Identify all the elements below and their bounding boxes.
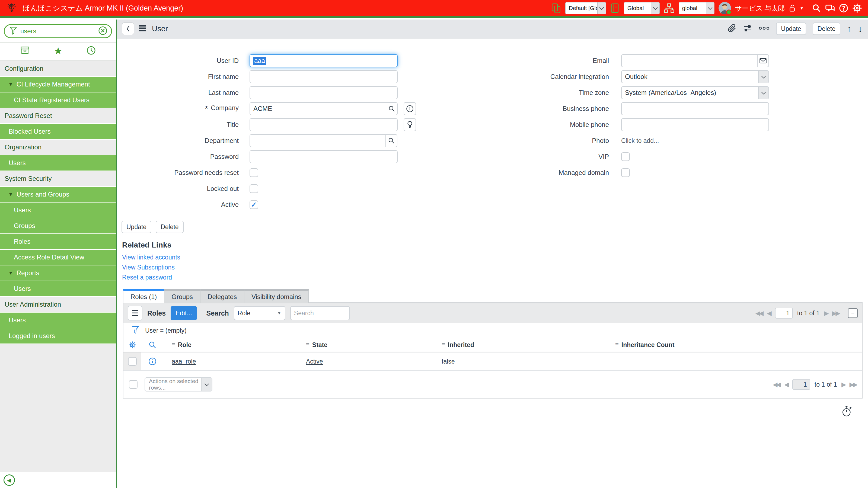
previous-page-icon[interactable]: ◀ [784,382,789,388]
breadcrumb-condition[interactable]: User = (empty) [145,327,187,334]
first-name-input[interactable] [250,70,398,83]
column-header-inheritance-count[interactable]: ≡Inheritance Count [610,341,862,349]
back-button[interactable] [122,23,134,35]
row-state-link[interactable]: Active [301,358,323,365]
tab-visibility-domains[interactable]: Visibility domains [244,289,309,303]
avatar[interactable] [718,2,731,14]
next-page-icon[interactable]: ▶ [824,310,829,316]
actions-on-selected-rows-select[interactable]: Actions on selected rows... [145,378,212,391]
nav-item-ci-state-registered-users[interactable]: CI State Registered Users [0,93,116,108]
list-search-input[interactable] [290,306,350,320]
nav-item-reports[interactable]: ▼Reports [0,265,116,281]
delete-button-bottom[interactable]: Delete [156,221,183,233]
page-number-input[interactable]: 1 [792,379,810,390]
gear-icon[interactable] [852,3,862,13]
email-input[interactable] [621,54,757,67]
edit-button[interactable]: Edit... [170,306,197,320]
update-button[interactable]: Update [776,23,806,35]
mobile-phone-input[interactable] [621,118,769,131]
update-button-bottom[interactable]: Update [122,221,151,233]
related-link-view-linked-accounts[interactable]: View linked accounts [122,254,180,261]
nav-item-groups[interactable]: Groups [0,218,116,234]
tab-roles[interactable]: Roles (1) [123,289,164,303]
favorites-star-icon[interactable]: ★ [54,47,62,55]
reference-lookup-icon[interactable] [386,102,398,115]
nav-item-access-role-detail-view[interactable]: Access Role Detail View [0,250,116,265]
more-options-icon[interactable] [759,26,770,31]
nav-item-users-reports[interactable]: Users [0,281,116,297]
tab-delegates[interactable]: Delegates [200,289,244,303]
nav-item-users-and-groups[interactable]: ▼Users and Groups [0,187,116,202]
nav-item-users-organization[interactable]: Users [0,155,116,171]
email-envelope-icon[interactable] [757,54,769,67]
photo-add-link[interactable]: Click to add... [621,137,659,144]
history-clock-icon[interactable] [87,46,96,56]
nav-item-users-administration[interactable]: Users [0,313,116,328]
row-checkbox[interactable] [128,357,137,366]
last-page-icon[interactable]: ▶▶ [849,382,858,388]
business-phone-input[interactable] [621,102,769,115]
first-page-icon[interactable]: ◀◀ [773,382,781,388]
navigator-filter[interactable]: users [4,24,112,38]
password-needs-reset-checkbox[interactable] [250,168,258,177]
personalize-form-sliders-icon[interactable] [743,24,752,34]
active-checkbox[interactable] [250,200,258,209]
unlock-icon[interactable] [789,4,796,12]
row-info-icon[interactable] [141,357,166,365]
calendar-integration-select[interactable]: Outlook [621,70,769,83]
breadcrumb-funnel-icon[interactable] [131,326,139,335]
user-menu-caret-icon[interactable]: ▾ [801,5,803,11]
nav-item-users-security[interactable]: Users [0,202,116,218]
minimize-list-icon[interactable]: − [848,308,858,318]
password-input[interactable] [250,150,398,163]
column-header-inherited[interactable]: ≡Inherited [436,341,610,349]
user-id-input[interactable]: aaa [250,54,398,67]
help-icon[interactable] [839,3,848,13]
first-page-icon[interactable]: ◀◀ [755,310,764,316]
clear-filter-icon[interactable] [98,26,107,36]
collapse-sidebar-icon[interactable]: ◀ [3,475,15,486]
page-number-input[interactable]: 1 [775,308,793,319]
select-all-checkbox[interactable] [129,380,137,389]
delete-button[interactable]: Delete [813,23,840,35]
domain-select[interactable]: global [679,2,714,14]
list-personalize-gear-icon[interactable] [123,341,141,349]
title-input[interactable] [250,118,398,131]
vip-checkbox[interactable] [621,152,630,161]
reference-info-icon[interactable] [404,102,416,115]
reference-lookup-icon[interactable] [385,134,397,147]
global-search-icon[interactable] [812,3,821,13]
nav-item-blocked-users[interactable]: Blocked Users [0,124,116,140]
last-page-icon[interactable]: ▶▶ [832,310,840,316]
department-input[interactable] [250,134,385,147]
column-header-state[interactable]: ≡State [301,341,436,349]
form-context-menu-icon[interactable] [139,25,147,33]
last-name-input[interactable] [250,86,398,99]
previous-page-icon[interactable]: ◀ [767,310,772,316]
tab-groups[interactable]: Groups [164,289,200,303]
next-record-icon[interactable]: ↓ [858,24,863,33]
time-zone-select[interactable]: System (America/Los_Angeles) [621,86,769,99]
all-applications-icon[interactable] [20,46,30,56]
nav-item-logged-in-users[interactable]: Logged in users [0,328,116,344]
search-field-select[interactable]: Role ▼ [234,306,285,320]
list-context-menu-icon[interactable]: ☰ [128,306,143,321]
managed-domain-checkbox[interactable] [621,168,630,177]
user-name[interactable]: サービス 与太郎 [735,4,785,13]
list-column-search-icon[interactable] [141,341,166,349]
locked-out-checkbox[interactable] [250,184,258,193]
nav-item-roles[interactable]: Roles [0,234,116,250]
suggestion-lightbulb-icon[interactable] [404,118,416,131]
application-select[interactable]: Global [624,2,660,14]
nav-item-ci-lifecycle-management[interactable]: ▼CI Lifecycle Management [0,77,116,93]
company-input[interactable]: ACME [250,102,386,115]
related-link-view-subscriptions[interactable]: View Subscriptions [122,264,175,271]
row-role-link[interactable]: aaa_role [166,358,196,365]
navigator-filter-input[interactable]: users [20,27,95,35]
column-header-role[interactable]: ≡Role [166,341,301,349]
response-time-icon[interactable] [841,405,852,418]
previous-record-icon[interactable]: ↑ [847,24,851,33]
attachment-paperclip-icon[interactable] [728,24,737,34]
related-link-reset-a-password[interactable]: Reset a password [122,274,172,281]
next-page-icon[interactable]: ▶ [841,382,846,388]
